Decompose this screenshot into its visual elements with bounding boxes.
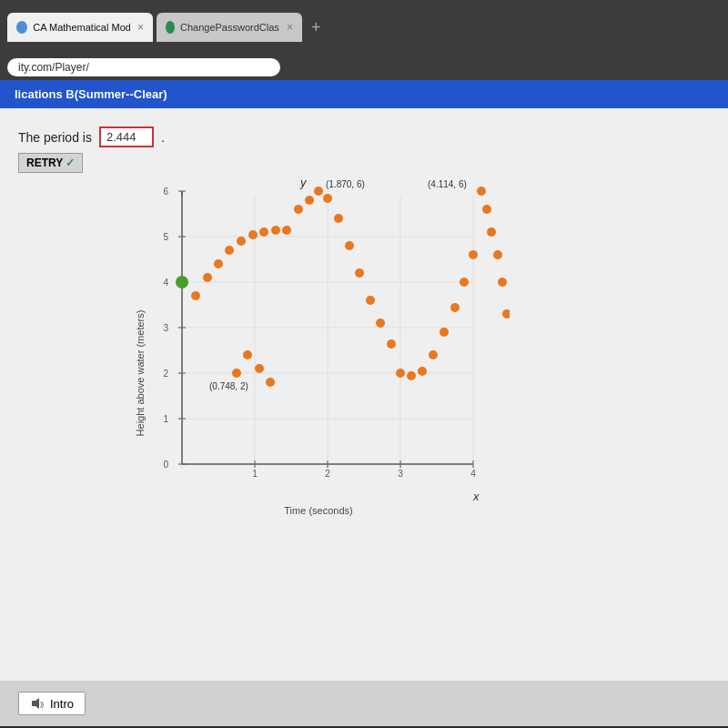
svg-text:2: 2 — [325, 469, 330, 479]
retry-label: RETRY — [26, 157, 63, 169]
tab-icon-models — [16, 21, 27, 34]
data-point — [429, 350, 438, 359]
x-axis-title: x — [472, 490, 480, 503]
tab-icon-changepassword — [166, 21, 175, 34]
data-point — [502, 309, 510, 318]
data-point — [214, 259, 223, 268]
period-input[interactable] — [99, 126, 154, 147]
data-point — [271, 226, 280, 235]
label-peak1: (1.870, 6) — [326, 179, 365, 189]
data-point — [255, 364, 264, 373]
data-point — [305, 196, 314, 205]
browser-chrome: CA Mathematical Models × ChangePasswordC… — [0, 0, 728, 55]
address-bar-row: ity.com/Player/ — [0, 55, 728, 80]
data-point — [225, 246, 234, 255]
main-area: The period is . RETRY ✓ y x Height above… — [0, 108, 728, 681]
data-point — [323, 194, 332, 203]
tab-label-models: CA Mathematical Models — [33, 22, 130, 33]
data-point — [487, 228, 496, 237]
intro-label: Intro — [50, 697, 74, 711]
data-point — [460, 278, 469, 287]
tab-changepassword[interactable]: ChangePasswordClassLink.mp × — [157, 13, 302, 42]
data-point — [266, 378, 275, 387]
data-point — [396, 369, 405, 378]
data-point-peak2 — [477, 187, 486, 196]
data-point — [355, 268, 364, 278]
page-content: lications B(Summer--Clear) The period is… — [0, 80, 728, 726]
label-peak2: (4.114, 6) — [428, 179, 467, 189]
data-point — [248, 230, 258, 239]
green-dot — [176, 276, 188, 288]
data-point — [493, 250, 502, 259]
data-point — [282, 226, 291, 235]
y-axis-label: Height above water (meters) — [135, 310, 146, 437]
svg-text:3: 3 — [163, 323, 168, 333]
data-point — [237, 237, 246, 246]
svg-text:6: 6 — [163, 187, 168, 197]
tab-ca-models[interactable]: CA Mathematical Models × — [7, 13, 153, 42]
label-trough: (0.748, 2) — [209, 381, 248, 391]
data-point — [450, 303, 460, 312]
problem-row: The period is . — [18, 126, 710, 147]
data-point — [191, 291, 200, 300]
svg-text:4: 4 — [163, 278, 168, 288]
x-axis-label: Time (seconds) — [284, 505, 352, 516]
scatter-chart: y x Height above water (meters) Time (se… — [127, 173, 510, 519]
data-point — [203, 273, 212, 282]
data-point — [294, 205, 303, 214]
period-dot: . — [161, 130, 165, 145]
period-prefix: The period is — [18, 130, 92, 145]
tab-close-changepassword[interactable]: × — [287, 21, 293, 34]
data-point-trough — [232, 369, 241, 378]
tab-close-models[interactable]: × — [137, 21, 144, 34]
data-point — [334, 214, 343, 223]
svg-text:1: 1 — [252, 469, 258, 479]
svg-text:5: 5 — [163, 232, 168, 242]
data-point — [407, 371, 416, 380]
data-point — [376, 318, 385, 328]
data-point — [259, 228, 268, 237]
data-point-peak1 — [314, 187, 323, 196]
svg-text:3: 3 — [398, 469, 403, 479]
svg-marker-35 — [32, 698, 39, 709]
retry-button[interactable]: RETRY ✓ — [18, 153, 83, 173]
data-point — [243, 350, 252, 359]
bottom-bar: ) ) Intro — [0, 681, 728, 726]
data-point — [482, 205, 491, 214]
svg-text:0: 0 — [163, 460, 168, 470]
y-axis-title: y — [299, 176, 308, 189]
data-point — [469, 250, 478, 259]
data-point — [498, 278, 507, 287]
speaker-icon: ) ) — [30, 696, 45, 711]
svg-text:): ) — [42, 700, 45, 708]
data-point — [418, 367, 427, 376]
svg-text:1: 1 — [163, 414, 168, 424]
check-mark-icon: ✓ — [66, 157, 75, 169]
data-point — [387, 339, 396, 349]
new-tab-button[interactable]: + — [306, 18, 327, 37]
data-point — [345, 241, 354, 250]
svg-text:2: 2 — [163, 369, 168, 379]
address-bar[interactable]: ity.com/Player/ — [7, 58, 280, 76]
data-point — [366, 296, 375, 305]
chart-container: y x Height above water (meters) Time (se… — [18, 182, 710, 672]
svg-text:4: 4 — [470, 469, 476, 479]
page-header: lications B(Summer--Clear) — [0, 80, 728, 108]
data-point — [440, 328, 449, 337]
intro-button[interactable]: ) ) Intro — [18, 692, 86, 715]
tab-label-changepassword: ChangePasswordClassLink.mp — [180, 22, 279, 33]
